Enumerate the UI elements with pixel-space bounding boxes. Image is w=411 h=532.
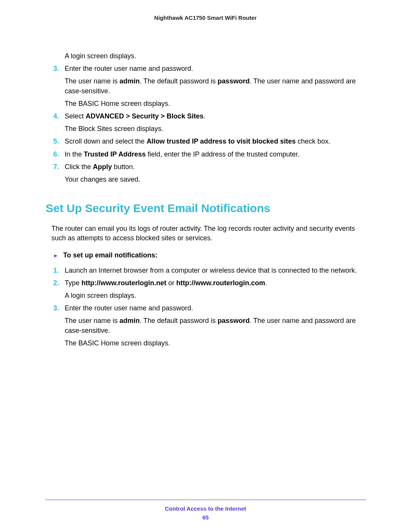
text: Your changes are saved. [65, 176, 140, 183]
bold-text: http://www.routerlogin.net [81, 279, 166, 287]
footer-page-number: 65 [45, 514, 366, 521]
body-text: The Block Sites screen displays. [53, 124, 363, 134]
text: field, enter the IP address of the trust… [146, 150, 299, 158]
step-number: 3. [53, 304, 59, 313]
task-title: To set up email notifications: [63, 251, 158, 259]
text: Select [65, 112, 86, 120]
body-text: The user name is admin. The default pass… [53, 316, 363, 335]
step-number: 7. [53, 162, 59, 172]
step-number: 1. [53, 266, 59, 275]
text: check box. [296, 137, 330, 145]
step-number: 4. [53, 112, 59, 121]
text: . [204, 112, 206, 120]
document-title: Nighthawk AC1750 Smart WiFi Router [154, 14, 256, 21]
text: . [265, 279, 267, 287]
bold-text: ADVANCED > Security > Block Sites [86, 112, 204, 120]
section-heading: Set Up Security Event Email Notification… [46, 200, 363, 216]
step-number: 5. [53, 137, 59, 146]
step-7: 7. Click the Apply button. [53, 162, 363, 172]
text: button. [112, 163, 135, 171]
body-text: The BASIC Home screen displays. [53, 339, 363, 348]
step-4: 4. Select ADVANCED > Security > Block Si… [53, 112, 363, 121]
body-text: The BASIC Home screen displays. [53, 99, 363, 109]
bold-text: Allow trusted IP address to visit blocke… [147, 137, 296, 145]
step-3: 3. Enter the router user name and passwo… [53, 64, 363, 73]
step-text: Enter the router user name and password. [65, 65, 193, 72]
text: . The default password is [140, 317, 218, 324]
task-step-3: 3. Enter the router user name and passwo… [53, 304, 363, 313]
body-text: Your changes are saved. [53, 175, 363, 184]
step-6: 6. In the Trusted IP Address field, ente… [53, 150, 363, 159]
page-footer: Control Access to the Internet 65 [45, 500, 366, 532]
text: Click the [65, 163, 93, 171]
text: . The default password is [140, 77, 218, 85]
text: Scroll down and select the [65, 137, 147, 145]
text: The user name is [65, 317, 119, 324]
text: The user name is [65, 77, 119, 85]
bold-text: admin [119, 317, 140, 324]
text: The router can email you its logs of rou… [51, 225, 355, 242]
text: A login screen displays. [65, 52, 136, 60]
step-text: Enter the router user name and password. [65, 304, 193, 312]
text: In the [65, 150, 84, 158]
bold-text: Apply [93, 163, 112, 171]
text: or [166, 279, 176, 287]
body-text: A login screen displays. [53, 51, 363, 61]
task-step-2: 2. Type http://www.routerlogin.net or ht… [53, 278, 363, 288]
body-text: A login screen displays. [53, 291, 363, 300]
bold-text: password [218, 317, 250, 324]
step-number: 3. [53, 64, 59, 73]
page-content: A login screen displays. 3. Enter the ro… [0, 21, 411, 348]
page-header: Nighthawk AC1750 Smart WiFi Router [0, 0, 411, 21]
text: The Block Sites screen displays. [65, 125, 163, 133]
footer-section-title: Control Access to the Internet [45, 505, 366, 512]
step-number: 2. [53, 278, 59, 288]
heading-text: Set Up Security Event Email Notification… [46, 202, 270, 214]
task-heading: ➤To set up email notifications: [53, 251, 363, 260]
step-number: 6. [53, 150, 59, 159]
chevron-right-icon: ➤ [53, 252, 63, 259]
task-step-1: 1. Launch an Internet browser from a com… [53, 266, 363, 275]
bold-text: password [218, 77, 250, 85]
text: The BASIC Home screen displays. [65, 100, 170, 107]
bold-text: Trusted IP Address [84, 150, 146, 158]
intro-paragraph: The router can email you its logs of rou… [51, 224, 363, 243]
text: A login screen displays. [65, 292, 136, 299]
bold-text: admin [119, 77, 140, 85]
step-text: Launch an Internet browser from a comput… [65, 267, 357, 274]
bold-text: http://www.routerlogin.com [176, 279, 265, 287]
text: Type [65, 279, 81, 287]
body-text: The user name is admin. The default pass… [53, 77, 363, 96]
step-5: 5. Scroll down and select the Allow trus… [53, 137, 363, 146]
text: The BASIC Home screen displays. [65, 339, 170, 347]
